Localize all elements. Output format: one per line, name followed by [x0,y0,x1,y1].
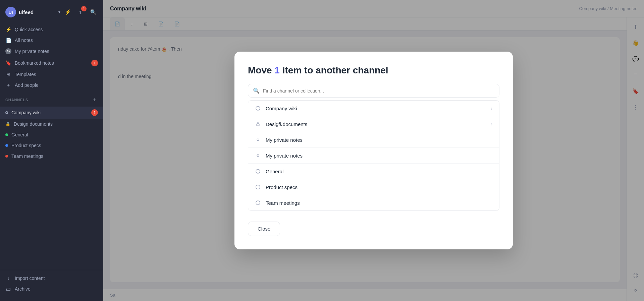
company-wiki-circle-icon [255,105,261,111]
sidebar-item-import[interactable]: ↓ Import content [0,273,103,284]
company-wiki-chevron-icon: › [491,106,492,111]
all-notes-label: All notes [15,38,33,43]
search-icon[interactable]: 🔍 [89,7,98,17]
bookmarked-badge: 1 [91,60,98,66]
channel-search-box[interactable]: 🔍 [248,84,499,98]
archive-label: Archive [15,286,31,292]
design-doc-lock-icon: 🔒 [5,122,10,126]
modal-design-documents-label: Design documents [266,121,486,127]
modal-my-private-notes-1-label: My private notes [266,137,492,143]
my-private-notes-label: My private notes [15,49,49,54]
add-channel-icon[interactable]: + [91,97,98,103]
search-icon: 🔍 [253,87,260,94]
sidebar-footer: ↓ Import content 🗃 Archive [0,270,103,297]
product-specs-dot [5,144,8,147]
team-meetings-dot [5,155,8,158]
sidebar-item-design-documents[interactable]: 🔒 Design documents [0,119,103,129]
svg-point-0 [256,106,260,110]
sidebar-item-archive[interactable]: 🗃 Archive [0,284,103,294]
modal-channel-general[interactable]: General [248,164,499,179]
modal-channel-company-wiki[interactable]: Company wiki › [248,101,499,116]
notification-badge: 1 [81,6,87,11]
company-wiki-dot [5,111,8,114]
modal-my-private-notes-2-label: My private notes [266,153,492,159]
team-meetings-circle-icon [255,200,261,206]
company-wiki-badge: 1 [91,109,98,116]
sidebar-item-bookmarked-notes[interactable]: 🔖 Bookmarked notes 1 [0,57,103,69]
sidebar-item-templates[interactable]: ⊞ Templates [0,69,103,80]
private-notes-at-icon-1 [255,137,261,143]
svg-point-5 [256,185,260,189]
design-docs-chevron-icon: › [491,121,492,127]
general-circle-icon [255,168,261,174]
team-meetings-label: Team meetings [11,154,43,159]
import-icon: ↓ [5,276,11,281]
modal: Move 1 item to another channel 🔍 Company… [234,52,513,249]
lightning-icon[interactable]: ⚡ [63,7,72,17]
close-button[interactable]: Close [248,222,280,236]
modal-general-label: General [266,169,492,174]
modal-title-prefix: Move [248,65,274,75]
main-area: Company wiki Company wiki / Meeting note… [103,0,644,301]
sidebar-item-team-meetings[interactable]: Team meetings [0,151,103,162]
general-dot [5,133,8,136]
product-specs-circle-icon [255,184,261,190]
modal-channel-team-meetings[interactable]: Team meetings [248,195,499,210]
add-people-icon: + [5,82,11,88]
company-wiki-label: Company wiki [11,110,41,115]
svg-point-6 [256,201,260,205]
add-people-label: Add people [15,82,39,88]
sidebar-item-my-private-notes[interactable]: Sa My private notes [0,46,103,57]
modal-channel-my-private-notes-1[interactable]: My private notes [248,132,499,148]
quick-access-label: Quick access [15,27,43,32]
notification-icon[interactable]: 1 1 [76,7,85,17]
product-specs-label: Product specs [11,143,41,148]
channels-label: CHANNELS [5,98,28,102]
modal-channel-my-private-notes-2[interactable]: My private notes [248,148,499,164]
bookmark-icon: 🔖 [5,60,11,66]
modal-channel-design-documents[interactable]: Design documents › ↖ [248,116,499,132]
sidebar-item-quick-access[interactable]: ⚡ Quick access [0,24,103,35]
modal-product-specs-label: Product specs [266,184,492,190]
sidebar-item-product-specs[interactable]: Product specs [0,140,103,151]
private-notes-avatar: Sa [5,48,11,54]
sidebar-header: Ui uifeed ▾ ⚡ 1 1 🔍 [0,4,103,23]
svg-rect-1 [257,124,259,126]
modal-count: 1 [274,65,280,75]
templates-icon: ⊞ [5,72,11,77]
modal-title-suffix: item to another channel [280,65,388,75]
modal-title: Move 1 item to another channel [248,65,499,76]
svg-point-4 [256,169,260,173]
design-documents-label: Design documents [14,121,53,127]
sidebar: Ui uifeed ▾ ⚡ 1 1 🔍 ⚡ Quick access 📄 All… [0,0,103,301]
all-notes-icon: 📄 [5,38,11,43]
channel-list: Company wiki › Design documents › ↖ [248,100,499,211]
sidebar-header-icons: ⚡ 1 1 🔍 [63,7,98,17]
modal-overlay[interactable]: Move 1 item to another channel 🔍 Company… [103,0,644,301]
sidebar-nav: ⚡ Quick access 📄 All notes Sa My private… [0,23,103,92]
workspace-name: uifeed [19,9,56,15]
archive-icon: 🗃 [5,286,11,292]
channels-section-header: CHANNELS + [0,92,103,105]
channel-search-input[interactable] [263,88,494,94]
sidebar-item-add-people[interactable]: + Add people [0,80,103,91]
sidebar-item-company-wiki[interactable]: Company wiki 1 [0,107,103,119]
sidebar-item-general[interactable]: General [0,129,103,140]
modal-team-meetings-label: Team meetings [266,200,492,206]
templates-label: Templates [15,72,36,77]
import-label: Import content [15,276,45,281]
channels-nav: Company wiki 1 🔒 Design documents Genera… [0,105,103,163]
sidebar-item-all-notes[interactable]: 📄 All notes [0,35,103,46]
avatar: Ui [5,7,16,17]
general-label: General [11,132,28,137]
workspace-chevron: ▾ [58,10,60,14]
modal-company-wiki-label: Company wiki [266,106,486,111]
design-docs-lock-icon [255,121,261,127]
bookmarked-notes-label: Bookmarked notes [15,60,54,66]
modal-channel-product-specs[interactable]: Product specs [248,179,499,195]
quick-access-icon: ⚡ [5,27,11,32]
private-notes-at-icon-2 [255,153,261,159]
